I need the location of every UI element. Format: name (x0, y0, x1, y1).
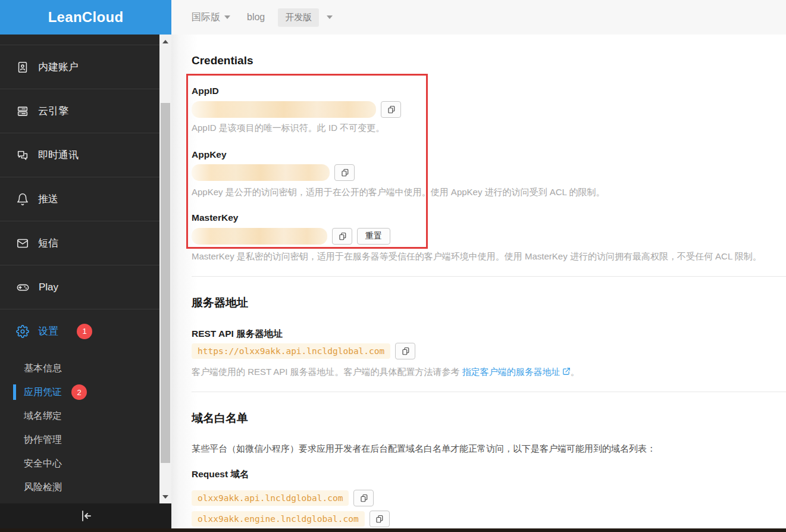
submenu-item-label: 域名绑定 (24, 410, 62, 423)
submenu-item-label: 应用凭证 (24, 386, 62, 399)
copy-domain-api-button[interactable] (353, 490, 374, 506)
request-domain-row: olxx9akk.api.lncldglobal.com (192, 490, 374, 506)
version-tag[interactable]: 开发版 (278, 8, 319, 27)
gamepad-icon (16, 280, 30, 294)
sidebar-item-engine[interactable]: 云引擎 (0, 89, 159, 133)
masterkey-label: MasterKey (192, 212, 238, 223)
submenu-item-label: 安全中心 (24, 458, 62, 470)
chevron-down-icon[interactable] (327, 15, 333, 19)
mail-icon (16, 237, 29, 250)
section-divider (192, 276, 786, 277)
bell-icon (16, 193, 29, 206)
submenu-item-collaboration[interactable]: 协作管理 (0, 428, 159, 452)
rest-desc-text: 客户端使用的 REST API 服务器地址。客户端的具体配置方法请参考 (192, 367, 462, 377)
copy-icon (387, 105, 396, 115)
server-address-doc-link[interactable]: 指定客户端的服务器地址 (462, 367, 571, 377)
rest-api-description: 客户端使用的 REST API 服务器地址。客户端的具体配置方法请参考 指定客户… (192, 367, 786, 378)
masterkey-redacted-value (192, 228, 327, 245)
copy-masterkey-button[interactable] (332, 228, 352, 245)
sidebar-item-play[interactable]: Play (0, 265, 159, 309)
external-link-icon (562, 367, 571, 375)
masterkey-value-row: 重置 (192, 228, 390, 245)
sidebar-item-label: Play (39, 281, 58, 293)
main-content: Credentials AppID AppID 是该项目的唯一标识符。此 ID … (171, 35, 786, 528)
submenu-item-app-credentials[interactable]: 应用凭证 2 (0, 380, 159, 404)
copy-icon (375, 514, 384, 524)
request-domain-label: Request 域名 (192, 468, 249, 481)
sidebar-collapse-bar[interactable] (0, 503, 171, 528)
request-domain-api: olxx9akk.api.lncldglobal.com (192, 490, 349, 506)
copy-rest-url-button[interactable] (395, 343, 415, 359)
appkey-label: AppKey (192, 149, 227, 160)
copy-icon (340, 168, 349, 178)
appid-description: AppID 是该项目的唯一标识符。此 ID 不可变更。 (192, 123, 786, 134)
appid-label: AppID (192, 86, 219, 96)
submenu-item-label: 协作管理 (24, 434, 62, 446)
rest-api-url: https://olxx9akk.api.lncldglobal.com (192, 343, 390, 359)
chat-bubbles-icon (16, 149, 29, 162)
scroll-down-arrow-icon[interactable] (162, 495, 168, 499)
server-icon (16, 105, 29, 118)
gear-icon (16, 325, 29, 338)
domain-whitelist-title: 域名白名单 (192, 411, 248, 426)
section-divider (192, 392, 786, 392)
domain-whitelist-description: 某些平台（如微信小程序）要求应用开发者在后台配置域名白名单才能正常访问，以下是客… (192, 443, 786, 455)
sidebar-item-label: 云引擎 (38, 104, 68, 118)
appid-value-row (192, 101, 401, 118)
copy-icon (401, 346, 410, 356)
copy-appid-button[interactable] (381, 101, 401, 118)
topbar: 国际版 blog 开发版 (171, 0, 786, 35)
scrollbar-thumb[interactable] (161, 103, 170, 463)
sidebar-scrollbar[interactable] (159, 35, 171, 503)
chevron-down-icon[interactable] (224, 15, 230, 19)
sidebar-item-label: 设置 (38, 324, 58, 338)
app-window: LeanCloud 国际版 blog 开发版 内建账户 云引擎 即时通讯 推送 (0, 0, 786, 532)
credentials-badge: 2 (71, 384, 87, 400)
brand-header: LeanCloud (0, 0, 171, 35)
logo[interactable]: LeanCloud (48, 9, 124, 26)
masterkey-description: MasterKey 是私密的访问密钥，适用于在服务器等受信任的客户端环境中使用。… (192, 251, 786, 262)
scroll-up-arrow-icon[interactable] (162, 40, 168, 43)
appkey-redacted-value (192, 164, 330, 181)
sidebar-item-settings[interactable]: 设置 1 (0, 309, 159, 353)
bottom-strip (0, 528, 786, 532)
submenu-item-basic-info[interactable]: 基本信息 (0, 356, 159, 380)
submenu-item-security-center[interactable]: 安全中心 (0, 452, 159, 475)
sidebar-item-sms[interactable]: 短信 (0, 221, 159, 265)
credentials-title: Credentials (192, 54, 253, 67)
sidebar-item-messaging[interactable]: 即时通讯 (0, 133, 159, 177)
sidebar-item-label: 推送 (38, 192, 58, 206)
reset-masterkey-button[interactable]: 重置 (357, 228, 390, 245)
settings-submenu: 基本信息 应用凭证 2 域名绑定 协作管理 安全中心 风险检测 (0, 356, 159, 499)
active-indicator-bar (13, 384, 16, 400)
copy-appkey-button[interactable] (334, 164, 355, 181)
id-card-icon (16, 61, 29, 74)
copy-domain-engine-button[interactable] (369, 511, 390, 527)
appkey-description: AppKey 是公开的访问密钥，适用于在公开的客户端中使用。使用 AppKey … (192, 187, 786, 198)
collapse-sidebar-icon (79, 509, 93, 523)
submenu-item-risk-detection[interactable]: 风险检测 (0, 475, 159, 499)
submenu-item-label: 基本信息 (24, 362, 62, 375)
blog-link[interactable]: blog (247, 12, 265, 23)
sidebar-item-label: 即时通讯 (38, 148, 79, 162)
link-label: 指定客户端的服务器地址 (462, 367, 560, 377)
request-domain-row: olxx9akk.engine.lncldglobal.com (192, 511, 390, 527)
rest-api-label: REST API 服务器地址 (192, 328, 283, 340)
request-domain-engine: olxx9akk.engine.lncldglobal.com (192, 511, 365, 527)
appkey-value-row (192, 164, 355, 181)
submenu-item-label: 风险检测 (24, 481, 62, 494)
sidebar-item-push[interactable]: 推送 (0, 177, 159, 221)
rest-desc-suffix: 。 (571, 367, 580, 377)
settings-badge: 1 (77, 324, 92, 339)
sidebar-item-accounts[interactable]: 内建账户 (0, 45, 159, 89)
sidebar: 内建账户 云引擎 即时通讯 推送 短信 Play 设置 1 (0, 35, 159, 503)
rest-url-row: https://olxx9akk.api.lncldglobal.com (192, 343, 415, 359)
region-dropdown[interactable]: 国际版 (192, 11, 220, 24)
copy-icon (359, 493, 368, 503)
sidebar-item-label: 短信 (38, 236, 58, 250)
server-address-title: 服务器地址 (192, 295, 248, 311)
sidebar-spacer (0, 35, 159, 45)
sidebar-item-label: 内建账户 (38, 60, 79, 74)
submenu-item-domain-binding[interactable]: 域名绑定 (0, 404, 159, 428)
appid-redacted-value (192, 101, 376, 118)
